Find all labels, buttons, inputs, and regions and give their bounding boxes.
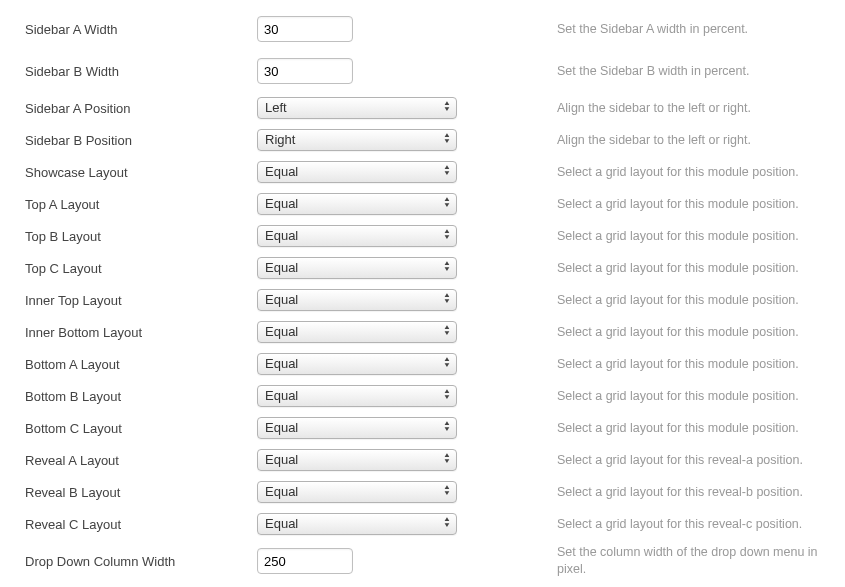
showcase-layout-select[interactable]: Equal▲▼Equal (257, 161, 457, 183)
inner-bottom-layout-label: Inner Bottom Layout (25, 325, 257, 340)
sidebar-b-position-help: Align the sidebar to the left or right. (557, 132, 835, 149)
form-row-reveal-b-layout: Reveal B LayoutEqual▲▼EqualSelect a grid… (0, 476, 845, 508)
form-row-top-a-layout: Top A LayoutEqual▲▼EqualSelect a grid la… (0, 188, 845, 220)
inner-bottom-layout-select[interactable]: Equal▲▼Equal (257, 321, 457, 343)
reveal-a-layout-select[interactable]: Equal▲▼Equal (257, 449, 457, 471)
sidebar-b-position-control: Right▲▼Right (257, 129, 557, 151)
inner-bottom-layout-control: Equal▲▼Equal (257, 321, 557, 343)
bottom-c-layout-select[interactable]: Equal▲▼Equal (257, 417, 457, 439)
showcase-layout-help: Select a grid layout for this module pos… (557, 164, 835, 181)
sidebar-a-width-help: Set the Sidebar A width in percent. (557, 21, 835, 38)
inner-top-layout-control: Equal▲▼Equal (257, 289, 557, 311)
top-c-layout-select[interactable]: Equal▲▼Equal (257, 257, 457, 279)
top-b-layout-select[interactable]: Equal▲▼Equal (257, 225, 457, 247)
bottom-b-layout-control: Equal▲▼Equal (257, 385, 557, 407)
sidebar-b-position-label: Sidebar B Position (25, 133, 257, 148)
top-a-layout-select[interactable]: Equal▲▼Equal (257, 193, 457, 215)
bottom-c-layout-control: Equal▲▼Equal (257, 417, 557, 439)
sidebar-b-position-select[interactable]: Right▲▼Right (257, 129, 457, 151)
bottom-b-layout-help: Select a grid layout for this module pos… (557, 388, 835, 405)
top-b-layout-control: Equal▲▼Equal (257, 225, 557, 247)
inner-bottom-layout-help: Select a grid layout for this module pos… (557, 324, 835, 341)
reveal-c-layout-control: Equal▲▼Equal (257, 513, 557, 535)
sidebar-a-position-help: Align the sidebar to the left or right. (557, 100, 835, 117)
reveal-a-layout-help: Select a grid layout for this reveal-a p… (557, 452, 835, 469)
top-a-layout-control: Equal▲▼Equal (257, 193, 557, 215)
top-c-layout-label: Top C Layout (25, 261, 257, 276)
inner-top-layout-label: Inner Top Layout (25, 293, 257, 308)
reveal-b-layout-help: Select a grid layout for this reveal-b p… (557, 484, 835, 501)
form-row-reveal-c-layout: Reveal C LayoutEqual▲▼EqualSelect a grid… (0, 508, 845, 540)
bottom-a-layout-label: Bottom A Layout (25, 357, 257, 372)
dropdown-column-width-help: Set the column width of the drop down me… (557, 544, 835, 578)
reveal-a-layout-label: Reveal A Layout (25, 453, 257, 468)
reveal-c-layout-help: Select a grid layout for this reveal-c p… (557, 516, 835, 533)
form-row-bottom-a-layout: Bottom A LayoutEqual▲▼EqualSelect a grid… (0, 348, 845, 380)
sidebar-b-width-help: Set the Sidebar B width in percent. (557, 63, 835, 80)
inner-top-layout-select[interactable]: Equal▲▼Equal (257, 289, 457, 311)
sidebar-a-position-label: Sidebar A Position (25, 101, 257, 116)
dropdown-column-width-label: Drop Down Column Width (25, 554, 257, 569)
sidebar-a-position-select[interactable]: Left▲▼Left (257, 97, 457, 119)
dropdown-column-width-input[interactable] (257, 548, 353, 574)
sidebar-a-width-label: Sidebar A Width (25, 22, 257, 37)
sidebar-a-width-control (257, 16, 557, 42)
reveal-c-layout-select[interactable]: Equal▲▼Equal (257, 513, 457, 535)
form-row-inner-bottom-layout: Inner Bottom LayoutEqual▲▼EqualSelect a … (0, 316, 845, 348)
form-row-sidebar-b-position: Sidebar B PositionRight▲▼RightAlign the … (0, 124, 845, 156)
reveal-b-layout-select[interactable]: Equal▲▼Equal (257, 481, 457, 503)
bottom-a-layout-help: Select a grid layout for this module pos… (557, 356, 835, 373)
top-b-layout-label: Top B Layout (25, 229, 257, 244)
dropdown-column-width-control (257, 548, 557, 574)
form-row-top-c-layout: Top C LayoutEqual▲▼EqualSelect a grid la… (0, 252, 845, 284)
sidebar-b-width-label: Sidebar B Width (25, 64, 257, 79)
showcase-layout-control: Equal▲▼Equal (257, 161, 557, 183)
sidebar-a-position-control: Left▲▼Left (257, 97, 557, 119)
inner-top-layout-help: Select a grid layout for this module pos… (557, 292, 835, 309)
form-row-sidebar-b-width: Sidebar B WidthSet the Sidebar B width i… (0, 50, 845, 92)
top-b-layout-help: Select a grid layout for this module pos… (557, 228, 835, 245)
bottom-a-layout-select[interactable]: Equal▲▼Equal (257, 353, 457, 375)
bottom-b-layout-label: Bottom B Layout (25, 389, 257, 404)
form-row-bottom-c-layout: Bottom C LayoutEqual▲▼EqualSelect a grid… (0, 412, 845, 444)
sidebar-a-width-input[interactable] (257, 16, 353, 42)
form-row-showcase-layout: Showcase LayoutEqual▲▼EqualSelect a grid… (0, 156, 845, 188)
top-c-layout-help: Select a grid layout for this module pos… (557, 260, 835, 277)
form-row-inner-top-layout: Inner Top LayoutEqual▲▼EqualSelect a gri… (0, 284, 845, 316)
bottom-c-layout-label: Bottom C Layout (25, 421, 257, 436)
form-row-top-b-layout: Top B LayoutEqual▲▼EqualSelect a grid la… (0, 220, 845, 252)
reveal-c-layout-label: Reveal C Layout (25, 517, 257, 532)
bottom-c-layout-help: Select a grid layout for this module pos… (557, 420, 835, 437)
form-row-sidebar-a-position: Sidebar A PositionLeft▲▼LeftAlign the si… (0, 92, 845, 124)
reveal-b-layout-label: Reveal B Layout (25, 485, 257, 500)
form-row-dropdown-column-width: Drop Down Column WidthSet the column wid… (0, 540, 845, 582)
reveal-b-layout-control: Equal▲▼Equal (257, 481, 557, 503)
bottom-b-layout-select[interactable]: Equal▲▼Equal (257, 385, 457, 407)
top-a-layout-help: Select a grid layout for this module pos… (557, 196, 835, 213)
showcase-layout-label: Showcase Layout (25, 165, 257, 180)
form-row-bottom-b-layout: Bottom B LayoutEqual▲▼EqualSelect a grid… (0, 380, 845, 412)
top-a-layout-label: Top A Layout (25, 197, 257, 212)
form-row-sidebar-a-width: Sidebar A WidthSet the Sidebar A width i… (0, 8, 845, 50)
sidebar-b-width-control (257, 58, 557, 84)
sidebar-b-width-input[interactable] (257, 58, 353, 84)
reveal-a-layout-control: Equal▲▼Equal (257, 449, 557, 471)
bottom-a-layout-control: Equal▲▼Equal (257, 353, 557, 375)
top-c-layout-control: Equal▲▼Equal (257, 257, 557, 279)
form-row-reveal-a-layout: Reveal A LayoutEqual▲▼EqualSelect a grid… (0, 444, 845, 476)
